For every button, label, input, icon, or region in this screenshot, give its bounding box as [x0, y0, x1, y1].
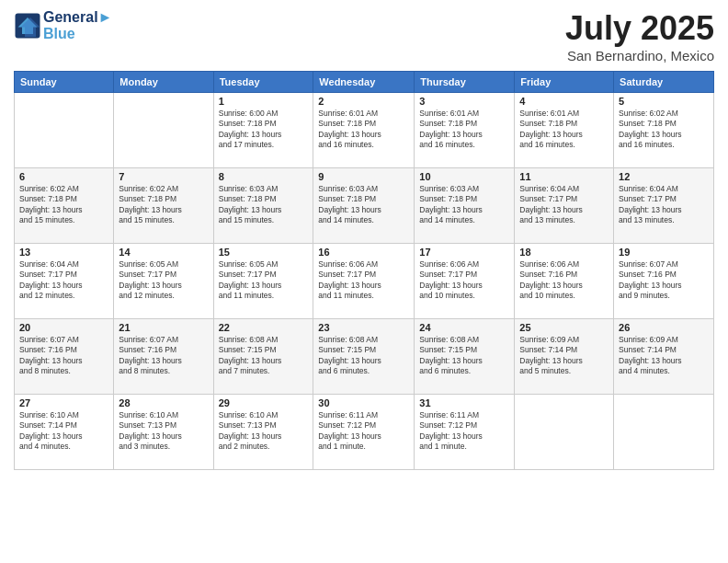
day-info: Sunrise: 6:06 AM Sunset: 7:17 PM Dayligh…	[318, 259, 409, 302]
day-info: Sunrise: 6:08 AM Sunset: 7:15 PM Dayligh…	[219, 335, 309, 377]
day-info: Sunrise: 6:11 AM Sunset: 7:12 PM Dayligh…	[318, 410, 409, 453]
day-number: 18	[519, 247, 609, 258]
calendar-cell: 26Sunrise: 6:09 AM Sunset: 7:14 PM Dayli…	[614, 319, 714, 395]
day-info: Sunrise: 6:11 AM Sunset: 7:12 PM Dayligh…	[419, 410, 509, 453]
day-number: 5	[619, 96, 709, 107]
calendar-cell: 30Sunrise: 6:11 AM Sunset: 7:12 PM Dayli…	[313, 395, 415, 470]
calendar-cell: 17Sunrise: 6:06 AM Sunset: 7:17 PM Dayli…	[415, 244, 515, 319]
day-info: Sunrise: 6:09 AM Sunset: 7:14 PM Dayligh…	[519, 335, 609, 377]
calendar-cell: 8Sunrise: 6:03 AM Sunset: 7:18 PM Daylig…	[213, 168, 313, 244]
calendar-cell: 20Sunrise: 6:07 AM Sunset: 7:16 PM Dayli…	[15, 319, 114, 395]
day-number: 4	[519, 96, 609, 107]
header-wednesday: Wednesday	[313, 72, 415, 93]
calendar-table: Sunday Monday Tuesday Wednesday Thursday…	[14, 71, 714, 470]
day-number: 25	[519, 322, 609, 333]
calendar-week-row: 6Sunrise: 6:02 AM Sunset: 7:18 PM Daylig…	[15, 168, 714, 244]
calendar-cell: 23Sunrise: 6:08 AM Sunset: 7:15 PM Dayli…	[313, 319, 415, 395]
day-info: Sunrise: 6:00 AM Sunset: 7:18 PM Dayligh…	[219, 109, 309, 151]
header-thursday: Thursday	[415, 72, 515, 93]
day-number: 2	[318, 96, 409, 107]
calendar-cell: 6Sunrise: 6:02 AM Sunset: 7:18 PM Daylig…	[15, 168, 114, 244]
day-info: Sunrise: 6:02 AM Sunset: 7:18 PM Dayligh…	[19, 184, 108, 226]
header-monday: Monday	[114, 72, 213, 93]
day-info: Sunrise: 6:08 AM Sunset: 7:15 PM Dayligh…	[318, 335, 409, 377]
day-info: Sunrise: 6:07 AM Sunset: 7:16 PM Dayligh…	[119, 335, 208, 377]
day-info: Sunrise: 6:07 AM Sunset: 7:16 PM Dayligh…	[19, 335, 108, 377]
day-info: Sunrise: 6:04 AM Sunset: 7:17 PM Dayligh…	[619, 184, 709, 226]
calendar-week-row: 13Sunrise: 6:04 AM Sunset: 7:17 PM Dayli…	[15, 244, 714, 319]
calendar-cell: 15Sunrise: 6:05 AM Sunset: 7:17 PM Dayli…	[213, 244, 313, 319]
title-area: July 2025 San Bernardino, Mexico	[565, 9, 714, 63]
logo-icon	[14, 12, 41, 40]
day-number: 29	[219, 397, 309, 408]
day-number: 9	[318, 171, 409, 182]
calendar-cell: 16Sunrise: 6:06 AM Sunset: 7:17 PM Dayli…	[313, 244, 415, 319]
day-info: Sunrise: 6:04 AM Sunset: 7:17 PM Dayligh…	[519, 184, 609, 226]
month-year: July 2025	[565, 9, 714, 48]
calendar-cell: 1Sunrise: 6:00 AM Sunset: 7:18 PM Daylig…	[213, 93, 313, 168]
calendar-week-row: 1Sunrise: 6:00 AM Sunset: 7:18 PM Daylig…	[15, 93, 714, 168]
day-info: Sunrise: 6:03 AM Sunset: 7:18 PM Dayligh…	[419, 184, 509, 226]
page: General► Blue July 2025 San Bernardino, …	[0, 0, 728, 563]
calendar-cell: 9Sunrise: 6:03 AM Sunset: 7:18 PM Daylig…	[313, 168, 415, 244]
day-info: Sunrise: 6:01 AM Sunset: 7:18 PM Dayligh…	[318, 109, 409, 151]
day-number: 27	[19, 397, 108, 408]
day-info: Sunrise: 6:06 AM Sunset: 7:16 PM Dayligh…	[519, 259, 609, 302]
day-number: 28	[119, 397, 208, 408]
day-info: Sunrise: 6:04 AM Sunset: 7:17 PM Dayligh…	[19, 259, 108, 302]
calendar-cell: 29Sunrise: 6:10 AM Sunset: 7:13 PM Dayli…	[213, 395, 313, 470]
calendar-cell: 2Sunrise: 6:01 AM Sunset: 7:18 PM Daylig…	[313, 93, 415, 168]
calendar-cell: 24Sunrise: 6:08 AM Sunset: 7:15 PM Dayli…	[415, 319, 515, 395]
day-number: 30	[318, 397, 409, 408]
day-number: 7	[119, 171, 208, 182]
day-number: 19	[619, 247, 709, 258]
day-info: Sunrise: 6:08 AM Sunset: 7:15 PM Dayligh…	[419, 335, 509, 377]
calendar-cell: 10Sunrise: 6:03 AM Sunset: 7:18 PM Dayli…	[415, 168, 515, 244]
day-number: 12	[619, 171, 709, 182]
calendar-cell	[114, 93, 213, 168]
header-tuesday: Tuesday	[213, 72, 313, 93]
day-info: Sunrise: 6:06 AM Sunset: 7:17 PM Dayligh…	[419, 259, 509, 302]
day-info: Sunrise: 6:01 AM Sunset: 7:18 PM Dayligh…	[519, 109, 609, 151]
calendar-cell: 12Sunrise: 6:04 AM Sunset: 7:17 PM Dayli…	[614, 168, 714, 244]
day-number: 3	[419, 96, 509, 107]
weekday-header-row: Sunday Monday Tuesday Wednesday Thursday…	[15, 72, 714, 93]
calendar-cell: 21Sunrise: 6:07 AM Sunset: 7:16 PM Dayli…	[114, 319, 213, 395]
day-number: 13	[19, 247, 108, 258]
calendar-cell: 31Sunrise: 6:11 AM Sunset: 7:12 PM Dayli…	[415, 395, 515, 470]
day-info: Sunrise: 6:07 AM Sunset: 7:16 PM Dayligh…	[619, 259, 709, 302]
calendar-cell	[15, 93, 114, 168]
day-number: 15	[219, 247, 309, 258]
calendar-cell: 13Sunrise: 6:04 AM Sunset: 7:17 PM Dayli…	[15, 244, 114, 319]
calendar-cell: 14Sunrise: 6:05 AM Sunset: 7:17 PM Dayli…	[114, 244, 213, 319]
day-info: Sunrise: 6:10 AM Sunset: 7:14 PM Dayligh…	[19, 410, 108, 453]
calendar-cell: 7Sunrise: 6:02 AM Sunset: 7:18 PM Daylig…	[114, 168, 213, 244]
day-info: Sunrise: 6:09 AM Sunset: 7:14 PM Dayligh…	[619, 335, 709, 377]
calendar-cell: 22Sunrise: 6:08 AM Sunset: 7:15 PM Dayli…	[213, 319, 313, 395]
calendar-body: 1Sunrise: 6:00 AM Sunset: 7:18 PM Daylig…	[15, 93, 714, 470]
day-number: 22	[219, 322, 309, 333]
day-number: 20	[19, 322, 108, 333]
calendar-cell: 27Sunrise: 6:10 AM Sunset: 7:14 PM Dayli…	[15, 395, 114, 470]
day-number: 10	[419, 171, 509, 182]
calendar-cell: 25Sunrise: 6:09 AM Sunset: 7:14 PM Dayli…	[515, 319, 614, 395]
day-number: 21	[119, 322, 208, 333]
location: San Bernardino, Mexico	[565, 48, 714, 63]
day-info: Sunrise: 6:03 AM Sunset: 7:18 PM Dayligh…	[318, 184, 409, 226]
calendar-cell: 19Sunrise: 6:07 AM Sunset: 7:16 PM Dayli…	[614, 244, 714, 319]
calendar-cell: 5Sunrise: 6:02 AM Sunset: 7:18 PM Daylig…	[614, 93, 714, 168]
calendar-cell: 11Sunrise: 6:04 AM Sunset: 7:17 PM Dayli…	[515, 168, 614, 244]
day-number: 11	[519, 171, 609, 182]
day-number: 31	[419, 397, 509, 408]
header: General► Blue July 2025 San Bernardino, …	[14, 9, 714, 63]
calendar-cell: 4Sunrise: 6:01 AM Sunset: 7:18 PM Daylig…	[515, 93, 614, 168]
day-info: Sunrise: 6:02 AM Sunset: 7:18 PM Dayligh…	[619, 109, 709, 151]
day-number: 23	[318, 322, 409, 333]
day-number: 17	[419, 247, 509, 258]
calendar-week-row: 27Sunrise: 6:10 AM Sunset: 7:14 PM Dayli…	[15, 395, 714, 470]
header-saturday: Saturday	[614, 72, 714, 93]
day-info: Sunrise: 6:10 AM Sunset: 7:13 PM Dayligh…	[219, 410, 309, 453]
calendar-week-row: 20Sunrise: 6:07 AM Sunset: 7:16 PM Dayli…	[15, 319, 714, 395]
day-number: 6	[19, 171, 108, 182]
calendar-cell	[614, 395, 714, 470]
